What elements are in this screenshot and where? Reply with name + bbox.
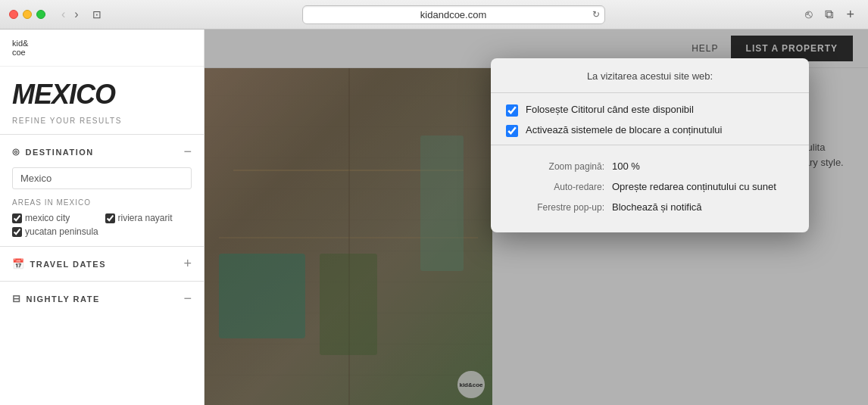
- site-logo: kid& coe: [0, 30, 204, 67]
- popup-title: La vizitarea acestui site web:: [506, 70, 794, 82]
- logo-line2: coe: [12, 48, 192, 57]
- area-item-mexico-city[interactable]: mexico city: [12, 213, 99, 223]
- nightly-rate-label: NIGHTLY RATE: [27, 294, 100, 304]
- popup-option1-row: Folosește Cititorul când este disponibil: [506, 104, 794, 117]
- area-item-riviera-nayarit[interactable]: riviera nayarit: [105, 213, 192, 223]
- nightly-rate-toggle[interactable]: −: [183, 291, 192, 307]
- nightly-rate-section: ⊟ NIGHTLY RATE −: [0, 281, 204, 316]
- title-bar: ‹ › ⊡ kidandcoe.com ↻ ⎋ ⧉ +: [0, 0, 868, 29]
- area-checkbox-riviera-nayarit[interactable]: [105, 213, 115, 223]
- popup-option2-row: Activează sistemele de blocare a conținu…: [506, 124, 794, 137]
- main-content: HELP LIST A PROPERTY kid&coe THE SA: [205, 30, 868, 405]
- new-tab-button[interactable]: +: [841, 7, 859, 23]
- traffic-lights: [9, 10, 45, 19]
- destination-title: ◎ DESTINATION: [12, 147, 94, 157]
- travel-dates-header[interactable]: 📅 TRAVEL DATES +: [12, 256, 192, 272]
- popup-autoplay-row: Auto-redare: Oprește redarea conținutulu…: [506, 176, 794, 197]
- refine-label: REFINE YOUR RESULTS: [0, 117, 204, 125]
- popup-option1-checkbox[interactable]: [506, 104, 518, 117]
- popup-divider: [491, 92, 809, 93]
- maximize-button[interactable]: [36, 10, 45, 19]
- browser-chrome: ‹ › ⊡ kidandcoe.com ↻ ⎋ ⧉ +: [0, 0, 868, 30]
- nightly-rate-header[interactable]: ⊟ NIGHTLY RATE −: [12, 291, 192, 307]
- area-checkbox-yucatan[interactable]: [12, 227, 22, 237]
- destination-input[interactable]: [12, 167, 192, 189]
- area-item-yucatan[interactable]: yucatan peninsula: [12, 226, 99, 237]
- area-label-yucatan: yucatan peninsula: [25, 226, 98, 237]
- nav-buttons: ‹ ›: [58, 6, 83, 23]
- popup-zoom-label: Zoom pagină:: [506, 161, 612, 172]
- popup-popups-value: Blochează și notifică: [612, 201, 702, 213]
- destination-label: DESTINATION: [26, 148, 94, 157]
- popup-option2-checkbox[interactable]: [506, 125, 518, 137]
- travel-dates-label: TRAVEL DATES: [30, 260, 107, 269]
- popup-zoom-value: 100 %: [612, 160, 640, 172]
- area-label-mexico-city: mexico city: [25, 213, 70, 223]
- area-label-riviera-nayarit: riviera nayarit: [118, 213, 173, 223]
- country-heading: MEXICO: [12, 79, 192, 111]
- sidebar: kid& coe MEXICO REFINE YOUR RESULTS ◎ DE…: [0, 30, 205, 405]
- logo-line1: kid&: [12, 39, 192, 48]
- popup-autoplay-label: Auto-redare:: [506, 182, 612, 192]
- popup-zoom-row: Zoom pagină: 100 %: [506, 156, 794, 176]
- minimize-button[interactable]: [23, 10, 32, 19]
- popup-popups-label: Ferestre pop-up:: [506, 202, 612, 213]
- page-content: kid& coe MEXICO REFINE YOUR RESULTS ◎ DE…: [0, 30, 868, 405]
- popup-option2-label: Activează sistemele de blocare a conținu…: [526, 124, 722, 136]
- address-bar[interactable]: kidandcoe.com ↻: [302, 5, 605, 24]
- popup-menu: La vizitarea acestui site web: Folosește…: [491, 58, 809, 232]
- sidebar-toggle-button[interactable]: ⊡: [89, 7, 105, 22]
- url-text: kidandcoe.com: [420, 9, 486, 20]
- back-button[interactable]: ‹: [58, 6, 69, 23]
- destination-section: ◎ DESTINATION − AREAS IN MEXICO mexico c…: [0, 134, 204, 246]
- destination-toggle[interactable]: −: [183, 144, 192, 160]
- travel-dates-title: 📅 TRAVEL DATES: [12, 258, 106, 269]
- destination-icon: ◎: [12, 147, 21, 157]
- toolbar-right: ⎋ ⧉ +: [801, 6, 859, 23]
- travel-dates-section: 📅 TRAVEL DATES +: [0, 246, 204, 281]
- travel-dates-toggle[interactable]: +: [183, 256, 192, 272]
- reload-button[interactable]: ↻: [592, 9, 600, 20]
- close-button[interactable]: [9, 10, 18, 19]
- popup-autoplay-value: Oprește redarea conținutului cu sunet: [612, 181, 776, 192]
- popup-option1-label: Folosește Cititorul când este disponibil: [526, 104, 694, 115]
- popup-settings-divider: [491, 145, 809, 145]
- checkbox-grid: mexico city riviera nayarit yucatan peni…: [12, 213, 192, 237]
- share-button[interactable]: ⎋: [801, 6, 816, 23]
- sidebar-heading: MEXICO: [0, 67, 204, 114]
- address-bar-container: kidandcoe.com ↻: [111, 5, 796, 24]
- calendar-icon: 📅: [12, 258, 26, 269]
- area-checkbox-mexico-city[interactable]: [12, 213, 22, 223]
- rate-icon: ⊟: [12, 293, 22, 304]
- destination-header[interactable]: ◎ DESTINATION −: [12, 144, 192, 160]
- forward-button[interactable]: ›: [70, 6, 82, 23]
- areas-label: AREAS IN MEXICO: [12, 198, 192, 207]
- tabs-button[interactable]: ⧉: [821, 6, 837, 23]
- nightly-rate-title: ⊟ NIGHTLY RATE: [12, 293, 100, 304]
- popup-popups-row: Ferestre pop-up: Blochează și notifică: [506, 197, 794, 217]
